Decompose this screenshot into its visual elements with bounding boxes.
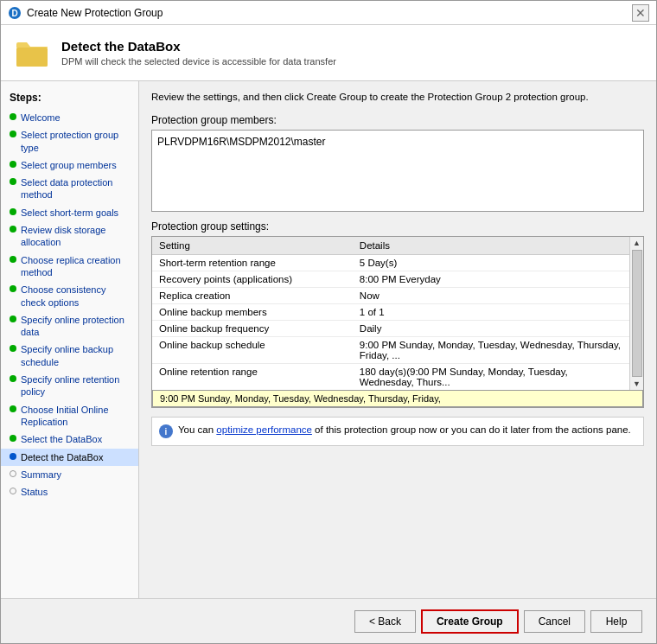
sidebar-item-protection-group-type[interactable]: Select protection group type bbox=[1, 126, 138, 156]
optimize-section: i You can optimize performance of this p… bbox=[151, 417, 644, 446]
setting-name-1: Recovery points (applications) bbox=[152, 271, 353, 288]
sidebar-item-initial-online[interactable]: Choose Initial Online Replication bbox=[1, 401, 138, 431]
members-box: PLRVDPM16R\MSDPM2012\master bbox=[151, 130, 644, 212]
dot-replica-creation bbox=[10, 256, 16, 263]
sidebar-label-replica-creation: Choose replica creation method bbox=[21, 254, 130, 279]
scroll-down-arrow[interactable]: ▼ bbox=[631, 378, 642, 390]
sidebar-label-summary: Summary bbox=[21, 469, 61, 481]
settings-section: Protection group settings: Setting Detai… bbox=[151, 220, 644, 408]
sidebar-item-summary[interactable]: Summary bbox=[1, 466, 138, 483]
settings-row-3: Online backup members 1 of 1 bbox=[152, 304, 629, 321]
sidebar-item-online-protection[interactable]: Specify online protection data bbox=[1, 311, 138, 341]
scroll-up-arrow[interactable]: ▲ bbox=[631, 237, 642, 249]
dot-online-backup-schedule bbox=[10, 345, 16, 352]
optimize-before: You can bbox=[178, 424, 216, 435]
settings-row-4: Online backup frequency Daily bbox=[152, 321, 629, 337]
setting-detail-0: 5 Day(s) bbox=[353, 255, 629, 271]
sidebar: Steps: Welcome Select protection group t… bbox=[1, 81, 139, 598]
create-group-button[interactable]: Create Group bbox=[421, 609, 519, 634]
settings-row-1: Recovery points (applications) 8:00 PM E… bbox=[152, 271, 629, 288]
setting-name-6: Online retention range bbox=[152, 364, 353, 391]
sidebar-label-status: Status bbox=[21, 486, 48, 498]
col-details: Details bbox=[353, 237, 629, 255]
sidebar-item-select-databox[interactable]: Select the DataBox bbox=[1, 430, 138, 448]
dot-disk-storage bbox=[10, 226, 16, 233]
setting-name-3: Online backup members bbox=[152, 304, 353, 321]
content-area: Review the settings, and then click Crea… bbox=[139, 81, 656, 598]
dot-online-retention bbox=[10, 375, 16, 382]
settings-row-0: Short-term retention range 5 Day(s) bbox=[152, 255, 629, 271]
setting-name-0: Short-term retention range bbox=[152, 255, 353, 271]
optimize-link[interactable]: optimize performance bbox=[216, 424, 312, 435]
main-content: Steps: Welcome Select protection group t… bbox=[1, 81, 656, 598]
sidebar-label-disk-storage: Review disk storage allocation bbox=[21, 224, 130, 249]
cancel-button[interactable]: Cancel bbox=[524, 610, 585, 633]
title-bar: D Create New Protection Group ✕ bbox=[1, 1, 656, 25]
sidebar-item-short-term[interactable]: Select short-term goals bbox=[1, 204, 138, 221]
sidebar-item-replica-creation[interactable]: Choose replica creation method bbox=[1, 252, 138, 282]
scroll-thumb[interactable] bbox=[632, 250, 642, 377]
settings-row-2: Replica creation Now bbox=[152, 288, 629, 304]
setting-name-2: Replica creation bbox=[152, 288, 353, 304]
header-subtitle: DPM will check the selected device is ac… bbox=[61, 56, 336, 67]
sidebar-label-online-retention: Specify online retention policy bbox=[21, 373, 130, 399]
sidebar-item-consistency-check[interactable]: Choose consistency check options bbox=[1, 281, 138, 311]
settings-row-5: Online backup schedule 9:00 PM Sunday, M… bbox=[152, 337, 629, 364]
footer: < Back Create Group Cancel Help bbox=[1, 598, 656, 643]
sidebar-item-group-members[interactable]: Select group members bbox=[1, 156, 138, 174]
dot-status bbox=[10, 488, 16, 494]
settings-row-6: Online retention range 180 day(s)(9:00 P… bbox=[152, 364, 629, 391]
members-section: Protection group members: PLRVDPM16R\MSD… bbox=[151, 114, 644, 212]
settings-table-scroll: Setting Details Short-term retention ran… bbox=[152, 237, 629, 390]
header-section: Detect the DataBox DPM will check the se… bbox=[1, 25, 656, 81]
setting-detail-4: Daily bbox=[353, 321, 629, 337]
back-button[interactable]: < Back bbox=[354, 610, 416, 633]
instruction-text: Review the settings, and then click Crea… bbox=[151, 92, 644, 102]
sidebar-label-data-protection: Select data protection method bbox=[21, 176, 130, 201]
setting-detail-5: 9:00 PM Sunday, Monday, Tuesday, Wednesd… bbox=[353, 337, 629, 364]
sidebar-label-protection-group-type: Select protection group type bbox=[21, 129, 130, 154]
sidebar-item-online-backup-schedule[interactable]: Specify online backup schedule bbox=[1, 341, 138, 371]
members-value: PLRVDPM16R\MSDPM2012\master bbox=[157, 136, 326, 148]
settings-header-row: Setting Details bbox=[152, 237, 629, 255]
col-setting: Setting bbox=[152, 237, 353, 255]
sidebar-item-status[interactable]: Status bbox=[1, 483, 138, 501]
steps-label: Steps: bbox=[1, 88, 138, 109]
sidebar-label-consistency-check: Choose consistency check options bbox=[21, 284, 130, 309]
tooltip-text: 9:00 PM Sunday, Monday, Tuesday, Wednesd… bbox=[160, 393, 441, 404]
sidebar-label-group-members: Select group members bbox=[21, 159, 117, 171]
dot-initial-online bbox=[10, 405, 16, 412]
sidebar-item-disk-storage[interactable]: Review disk storage allocation bbox=[1, 221, 138, 252]
sidebar-label-online-backup-schedule: Specify online backup schedule bbox=[21, 343, 130, 368]
setting-detail-6: 180 day(s)(9:00 PM Sunday, Monday, Tuesd… bbox=[353, 364, 629, 391]
setting-detail-2: Now bbox=[353, 288, 629, 304]
dot-welcome bbox=[10, 113, 16, 120]
dot-group-members bbox=[10, 161, 16, 168]
info-icon: i bbox=[159, 424, 173, 438]
setting-name-4: Online backup frequency bbox=[152, 321, 353, 337]
header-text: Detect the DataBox DPM will check the se… bbox=[61, 39, 336, 67]
sidebar-label-select-databox: Select the DataBox bbox=[21, 433, 102, 445]
sidebar-label-detect-databox: Detect the DataBox bbox=[21, 451, 103, 463]
settings-scrollbar[interactable]: ▲ ▼ bbox=[629, 237, 643, 390]
help-button[interactable]: Help bbox=[590, 610, 642, 633]
dot-select-databox bbox=[10, 435, 16, 442]
dot-data-protection bbox=[10, 178, 16, 185]
tooltip-row: 9:00 PM Sunday, Monday, Tuesday, Wednesd… bbox=[152, 390, 643, 407]
window-title: Create New Protection Group bbox=[27, 7, 163, 19]
optimize-text: You can optimize performance of this pro… bbox=[178, 424, 631, 435]
close-button[interactable]: ✕ bbox=[632, 4, 649, 22]
settings-table-flex: Setting Details Short-term retention ran… bbox=[152, 237, 643, 390]
sidebar-item-detect-databox[interactable]: Detect the DataBox bbox=[1, 449, 138, 466]
setting-name-5: Online backup schedule bbox=[152, 337, 353, 364]
sidebar-item-online-retention[interactable]: Specify online retention policy bbox=[1, 371, 138, 401]
sidebar-label-short-term: Select short-term goals bbox=[21, 207, 118, 219]
header-title: Detect the DataBox bbox=[61, 39, 336, 54]
members-label: Protection group members: bbox=[151, 114, 644, 126]
dot-consistency-check bbox=[10, 285, 16, 292]
setting-detail-3: 1 of 1 bbox=[353, 304, 629, 321]
settings-table: Setting Details Short-term retention ran… bbox=[152, 237, 629, 390]
settings-table-container: Setting Details Short-term retention ran… bbox=[151, 236, 644, 408]
sidebar-item-data-protection[interactable]: Select data protection method bbox=[1, 174, 138, 204]
sidebar-item-welcome[interactable]: Welcome bbox=[1, 109, 138, 126]
